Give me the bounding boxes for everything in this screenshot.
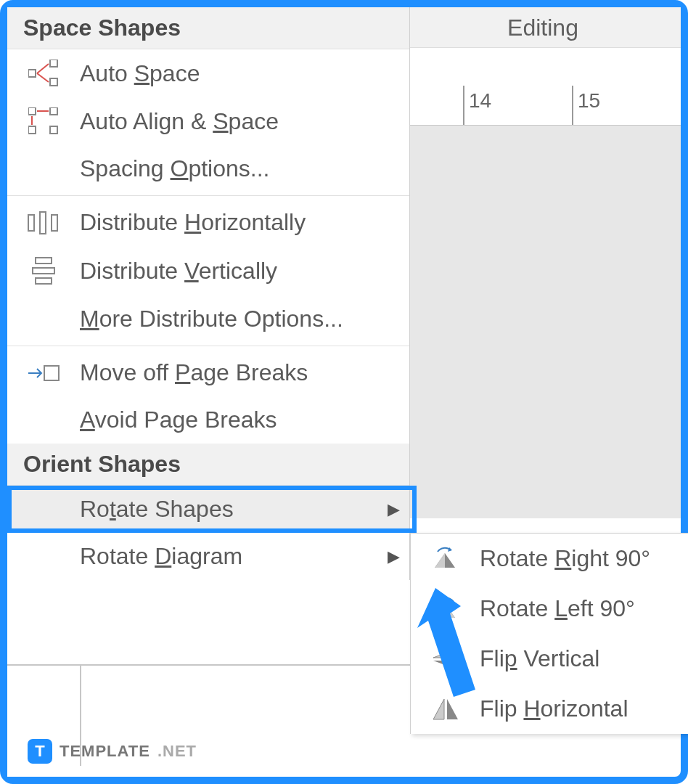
watermark-suffix: .NET: [157, 742, 197, 761]
menu-label: More Distribute Options...: [80, 306, 409, 332]
svg-rect-17: [44, 366, 59, 380]
svg-rect-2: [50, 78, 57, 86]
ruler-line: [7, 664, 410, 666]
svg-rect-0: [28, 70, 36, 77]
menu-auto-space[interactable]: Auto Space: [7, 49, 409, 97]
distribute-horizontal-icon: [7, 211, 80, 235]
menu-label: Rotate Left 90°: [480, 595, 688, 622]
menu-label: Rotate Shapes: [80, 496, 377, 523]
rotate-left-icon: [411, 596, 480, 622]
svg-rect-5: [28, 107, 36, 115]
submenu-arrow-icon: ▶: [377, 547, 409, 566]
svg-rect-1: [50, 60, 57, 67]
svg-rect-7: [50, 107, 57, 115]
menu-label: Move off Page Breaks: [80, 359, 409, 386]
auto-align-space-icon: [7, 107, 80, 135]
separator: [7, 195, 409, 196]
position-menu: Space Shapes Auto Space Auto Align & Spa…: [7, 7, 410, 580]
watermark: T TEMPLATE.NET: [28, 739, 197, 764]
menu-distribute-horizontally[interactable]: Distribute Horizontally: [7, 199, 409, 246]
svg-line-3: [37, 64, 49, 73]
rotate-right-icon: [411, 546, 480, 572]
menu-auto-align-space[interactable]: Auto Align & Space: [7, 97, 409, 145]
section-space-shapes: Space Shapes: [7, 7, 409, 49]
svg-rect-13: [52, 215, 57, 231]
rotate-shapes-submenu: Rotate Right 90° Rotate Left 90° Flip Ve…: [410, 533, 688, 734]
menu-distribute-vertically[interactable]: Distribute Vertically: [7, 246, 409, 295]
svg-rect-14: [36, 258, 52, 264]
menu-avoid-page-breaks[interactable]: Avoid Page Breaks: [7, 396, 409, 444]
ribbon-group-editing: Editing: [405, 7, 681, 48]
watermark-brand: TEMPLATE: [60, 742, 150, 761]
svg-line-4: [37, 73, 49, 82]
svg-rect-11: [28, 215, 34, 231]
menu-label: Auto Space: [80, 60, 409, 87]
menu-label: Avoid Page Breaks: [80, 407, 409, 433]
auto-space-icon: [7, 60, 80, 87]
section-orient-shapes: Orient Shapes: [7, 444, 409, 486]
menu-label: Distribute Horizontally: [80, 209, 409, 236]
svg-rect-12: [40, 212, 46, 234]
svg-rect-16: [36, 278, 52, 284]
menu-label: Flip Vertical: [480, 645, 688, 672]
menu-move-off-page-breaks[interactable]: Move off Page Breaks: [7, 349, 409, 396]
menu-label: Rotate Right 90°: [480, 545, 688, 572]
distribute-vertical-icon: [7, 256, 80, 285]
svg-rect-15: [33, 268, 54, 274]
menu-rotate-shapes[interactable]: Rotate Shapes ▶: [7, 486, 409, 533]
svg-rect-6: [28, 126, 36, 134]
menu-label: Distribute Vertically: [80, 258, 409, 285]
menu-rotate-diagram[interactable]: Rotate Diagram ▶: [7, 533, 409, 580]
screenshot-frame: Editing 14 15 Space Shapes Auto Space Au…: [0, 0, 688, 784]
menu-label: Flip Horizontal: [480, 695, 688, 722]
separator: [7, 346, 409, 346]
menu-spacing-options[interactable]: Spacing Options...: [7, 145, 409, 192]
flip-horizontal-icon: [411, 696, 480, 722]
watermark-logo: T: [28, 739, 52, 764]
submenu-flip-vertical[interactable]: Flip Vertical: [411, 634, 688, 684]
flip-vertical-icon: [411, 646, 480, 672]
submenu-flip-horizontal[interactable]: Flip Horizontal: [411, 684, 688, 734]
move-off-page-breaks-icon: [7, 360, 80, 386]
ruler-tick-14: 14: [463, 86, 491, 125]
menu-more-distribute-options[interactable]: More Distribute Options...: [7, 295, 409, 343]
ruler-tick-15: 15: [572, 86, 600, 125]
canvas-area: [405, 126, 681, 518]
menu-label: Spacing Options...: [80, 155, 409, 182]
menu-label: Auto Align & Space: [80, 108, 409, 135]
horizontal-ruler: 14 15: [405, 86, 681, 126]
submenu-rotate-right[interactable]: Rotate Right 90°: [411, 534, 688, 584]
svg-rect-8: [50, 126, 57, 134]
menu-label: Rotate Diagram: [80, 543, 377, 570]
submenu-arrow-icon: ▶: [377, 500, 409, 519]
submenu-rotate-left[interactable]: Rotate Left 90°: [411, 584, 688, 634]
